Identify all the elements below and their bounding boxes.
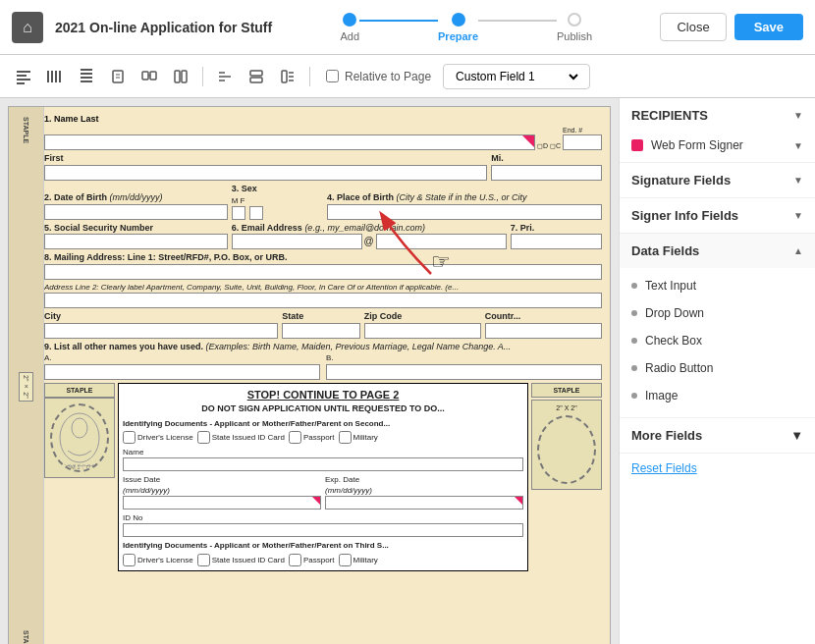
- field-mi[interactable]: [491, 165, 602, 181]
- field-item-radio-button[interactable]: Radio Button: [620, 354, 815, 382]
- more-fields-chevron-icon: ▼: [790, 428, 803, 443]
- field-id-no[interactable]: [123, 523, 523, 537]
- field-sex-f[interactable]: [249, 206, 263, 220]
- more-fields-label: More Fields: [631, 428, 702, 443]
- toolbar-icon-1[interactable]: [10, 63, 37, 90]
- checkbox-passport[interactable]: [289, 431, 301, 444]
- checkbox-drivers[interactable]: [123, 431, 136, 444]
- col-name-doc: Name: [123, 447, 523, 471]
- pink-corner-indicator: [522, 135, 534, 147]
- toolbar-icon-2[interactable]: [41, 63, 69, 90]
- doc-passport[interactable]: Passport: [289, 431, 335, 444]
- label-ssn: 5. Social Security Number: [44, 222, 228, 235]
- recipient-name-label: Web Form Signer: [651, 138, 743, 152]
- svg-rect-10: [81, 77, 92, 79]
- custom-field-select[interactable]: Custom Field 1 Custom Field 2 Custom Fie…: [452, 69, 581, 84]
- field-item-drop-down[interactable]: Drop Down: [620, 299, 815, 327]
- field-email-domain[interactable]: [376, 234, 507, 249]
- field-ssn[interactable]: [44, 234, 228, 249]
- doc2-state-id[interactable]: State Issued ID Card: [197, 554, 285, 566]
- toolbar-icon-3[interactable]: [73, 63, 100, 90]
- row-name-last: 1. Name Last ◻D ◻C End. #: [44, 113, 602, 150]
- field-dob[interactable]: [44, 204, 228, 220]
- toolbar-icon-8[interactable]: [243, 63, 270, 90]
- checkbox2-military[interactable]: [339, 554, 352, 566]
- staple-left: STAPLE 2" × 2" STAPLE: [9, 107, 44, 644]
- reset-fields-link[interactable]: Reset Fields: [620, 454, 815, 483]
- field-birth-place[interactable]: [327, 204, 602, 220]
- checkbox2-state-id[interactable]: [197, 554, 210, 566]
- doc2-military[interactable]: Military: [339, 554, 378, 566]
- staple-label-left: STAPLE: [44, 383, 115, 399]
- toolbar-icon-9[interactable]: [274, 63, 301, 90]
- field-exp[interactable]: [325, 496, 523, 510]
- staple-top-label: STAPLE: [22, 117, 31, 143]
- col-ssn: 5. Social Security Number: [44, 222, 228, 250]
- checkbox-state-id[interactable]: [197, 431, 210, 444]
- checkbox-military[interactable]: [339, 431, 352, 444]
- save-button[interactable]: Save: [734, 14, 803, 40]
- field-mailing-1[interactable]: [44, 264, 602, 280]
- col-pri: 7. Pri.: [511, 222, 602, 250]
- field-country[interactable]: [485, 323, 602, 339]
- doc-drivers[interactable]: Driver's License: [123, 431, 193, 444]
- field-item-image[interactable]: Image: [620, 382, 815, 409]
- data-fields-header[interactable]: Data Fields ▲: [620, 234, 815, 268]
- field-address2[interactable]: [44, 293, 602, 308]
- home-button[interactable]: ⌂: [12, 12, 43, 43]
- toolbar-icon-7[interactable]: [211, 63, 239, 90]
- field-sex-m[interactable]: [232, 206, 245, 220]
- relative-to-page-input[interactable]: [326, 70, 339, 82]
- field-item-text-input[interactable]: Text Input: [620, 272, 815, 299]
- col-dob: 2. Date of Birth (mm/dd/yyyy): [44, 191, 228, 220]
- signer-info-fields-chevron-icon: ▼: [793, 210, 803, 221]
- col-state: State: [282, 310, 359, 339]
- more-fields-header[interactable]: More Fields ▼: [620, 418, 815, 453]
- toolbar-icon-5[interactable]: [136, 63, 163, 90]
- field-item-check-box[interactable]: Check Box: [620, 327, 815, 354]
- recipients-label: RECIPIENTS: [631, 108, 708, 123]
- svg-text:FROM 1": TO: FROM 1": TO: [58, 464, 94, 470]
- staple-label-right: STAPLE: [531, 383, 602, 399]
- checkbox2-drivers[interactable]: [123, 554, 136, 566]
- field-dot-image: [631, 393, 637, 399]
- doc-military[interactable]: Military: [339, 431, 378, 444]
- field-dot-check-box: [631, 338, 637, 344]
- field-last-name[interactable]: [44, 134, 535, 150]
- col-email: 6. Email Address (e.g., my_email@domain.…: [232, 222, 507, 250]
- recipients-header[interactable]: RECIPIENTS ▼: [620, 98, 815, 133]
- signature-fields-header[interactable]: Signature Fields ▼: [620, 163, 815, 197]
- field-city[interactable]: [44, 323, 278, 339]
- step-add[interactable]: Add: [340, 13, 359, 42]
- col-birth-place: 4. Place of Birth (City & State if in th…: [327, 191, 602, 220]
- custom-field-dropdown[interactable]: Custom Field 1 Custom Field 2 Custom Fie…: [443, 64, 590, 89]
- field-issue[interactable]: [123, 496, 321, 510]
- doc2-passport[interactable]: Passport: [289, 554, 335, 566]
- signer-info-fields-header[interactable]: Signer Info Fields ▼: [620, 198, 815, 233]
- field-name-doc[interactable]: [123, 457, 523, 471]
- checkbox2-passport[interactable]: [289, 554, 301, 566]
- doc2-drivers[interactable]: Driver's License: [123, 554, 193, 566]
- field-state[interactable]: [282, 323, 359, 339]
- svg-rect-4: [47, 71, 49, 82]
- field-name-a[interactable]: [44, 364, 320, 380]
- step-publish[interactable]: Publish: [557, 13, 592, 42]
- doc-state-id[interactable]: State Issued ID Card: [197, 431, 285, 444]
- photo-box-left: FROM 1": TO 1 3/6: [44, 398, 115, 478]
- field-end-num[interactable]: [563, 134, 602, 150]
- toolbar-icon-4[interactable]: [104, 63, 132, 90]
- recipient-item-web-form-signer[interactable]: Web Form Signer ▼: [620, 133, 815, 162]
- identifying-docs-label: Identifying Documents - Applicant or Mot…: [123, 418, 523, 429]
- document-area[interactable]: ☞ STAPLE 2" × 2" STAPLE: [0, 98, 619, 644]
- col-first: First: [44, 152, 487, 181]
- relative-to-page-checkbox[interactable]: Relative to Page: [326, 70, 431, 83]
- close-button[interactable]: Close: [660, 13, 726, 41]
- field-name-b[interactable]: [326, 364, 602, 380]
- col-id-no: ID No: [123, 512, 523, 537]
- field-pri[interactable]: [511, 234, 602, 249]
- field-zip[interactable]: [364, 323, 481, 339]
- field-first[interactable]: [44, 165, 487, 181]
- step-prepare[interactable]: Prepare: [438, 13, 478, 42]
- toolbar-icon-6[interactable]: [167, 63, 194, 90]
- field-email-user[interactable]: [232, 234, 362, 249]
